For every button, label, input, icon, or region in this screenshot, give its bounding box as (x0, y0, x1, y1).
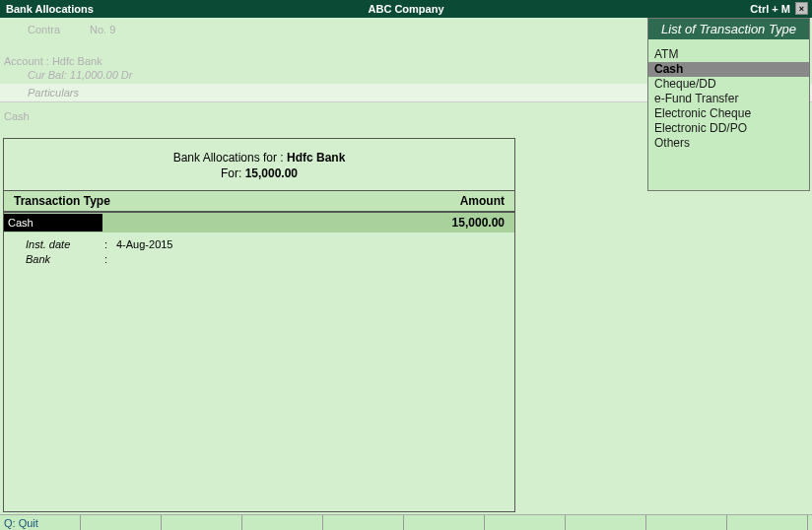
dialog-title-bank: Hdfc Bank (287, 151, 345, 165)
bottom-slot-2[interactable] (81, 515, 162, 530)
list-item-efund-transfer[interactable]: e-Fund Transfer (648, 92, 809, 106)
col-amount: Amount (460, 194, 505, 208)
quit-label: Quit (16, 517, 38, 529)
allocation-details: Inst. date : 4-Aug-2015 Bank : (4, 232, 514, 266)
list-item-electronic-cheque[interactable]: Electronic Cheque (648, 106, 809, 121)
bottom-slot-10[interactable] (727, 515, 808, 530)
bottom-slot-9[interactable] (646, 515, 727, 530)
inst-date-value: 4-Aug-2015 (116, 238, 173, 250)
bottom-slot-5[interactable] (323, 515, 404, 530)
account-label: Account : (4, 55, 49, 67)
account-value: Hdfc Bank (52, 55, 102, 67)
bottom-slot-3[interactable] (162, 515, 242, 530)
company-name: ABC Company (368, 3, 443, 15)
list-item-cash[interactable]: Cash (648, 62, 809, 77)
particulars-cash: Cash (4, 110, 30, 122)
voucher-no-value: 9 (109, 24, 115, 35)
dialog-body: Cash 15,000.00 Inst. date : 4-Aug-2015 B… (4, 213, 514, 266)
bank-label: Bank (26, 253, 104, 265)
screen-title: Bank Allocations (0, 3, 94, 15)
sidebar-body: ATM Cash Cheque/DD e-Fund Transfer Elect… (648, 39, 809, 190)
particulars-header: Particulars (28, 87, 79, 99)
bottom-button-bar: Q: Quit (0, 514, 812, 530)
dialog-title-prefix: Bank Allocations for : (173, 151, 287, 165)
allocation-row[interactable]: Cash 15,000.00 (4, 213, 514, 232)
transaction-type-list: List of Transaction Type ATM Cash Cheque… (647, 18, 810, 191)
transaction-type-input[interactable]: Cash (4, 214, 102, 232)
bottom-slot-8[interactable] (566, 515, 646, 530)
dialog-for-amount: 15,000.00 (245, 166, 298, 180)
list-item-electronic-dd-po[interactable]: Electronic DD/PO (648, 121, 809, 136)
quit-key: Q: (4, 517, 16, 529)
bottom-slot-7[interactable] (485, 515, 566, 530)
curbal-value: 11,000.00 Dr (70, 69, 133, 81)
allocation-amount: 15,000.00 (452, 216, 514, 230)
voucher-no-label: No. (90, 24, 106, 35)
inst-date-label: Inst. date (26, 238, 104, 250)
close-icon[interactable]: × (795, 2, 808, 15)
shortcut-hint: Ctrl + M (750, 3, 790, 15)
curbal-label: Cur Bal: (28, 69, 67, 81)
dialog-column-headers: Transaction Type Amount (4, 190, 514, 213)
list-item-cheque-dd[interactable]: Cheque/DD (648, 77, 809, 92)
dialog-for-label: For: (221, 166, 245, 180)
quit-button[interactable]: Q: Quit (0, 515, 81, 530)
list-item-others[interactable]: Others (648, 136, 809, 151)
bottom-slot-4[interactable] (242, 515, 323, 530)
voucher-type-label: Contra (28, 24, 87, 35)
list-item-atm[interactable]: ATM (648, 47, 809, 62)
bank-allocations-dialog: Bank Allocations for : Hdfc Bank For: 15… (3, 138, 515, 512)
title-bar: Bank Allocations ABC Company Ctrl + M × (0, 0, 812, 18)
sidebar-title: List of Transaction Type (648, 19, 809, 39)
col-transaction-type: Transaction Type (14, 194, 110, 208)
dialog-header: Bank Allocations for : Hdfc Bank For: 15… (4, 139, 514, 190)
bottom-slot-6[interactable] (404, 515, 485, 530)
